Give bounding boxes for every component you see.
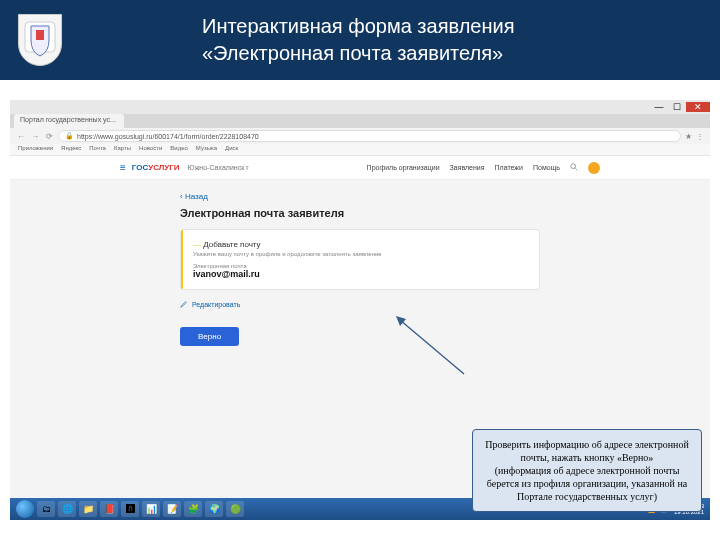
callout-arrow-icon	[396, 316, 466, 380]
bookmark-item[interactable]: Музыка	[196, 145, 217, 154]
card-accent	[181, 230, 183, 289]
browser-toolbar: ← → ⟳ 🔒 https://www.gosuslugi.ru/600174/…	[10, 128, 710, 144]
nav-reload-icon[interactable]: ⟳	[44, 132, 54, 141]
svg-point-2	[571, 164, 576, 169]
taskbar-icon[interactable]: 🧩	[184, 501, 202, 517]
card-hint: Укажите вашу почту в профиле и продолжит…	[193, 251, 527, 257]
nav-profile[interactable]: Профиль организации	[367, 164, 440, 171]
edit-label: Редактировать	[192, 301, 240, 308]
site-header: ≡ ГОСУСЛУГИ Южно-Сахалинск г Профиль орг…	[10, 156, 710, 180]
bookmark-item[interactable]: Яндекс	[61, 145, 81, 154]
taskbar-icon[interactable]: 📕	[100, 501, 118, 517]
window-titlebar: — ☐ ✕	[10, 100, 710, 114]
bookmark-item[interactable]: Приложения	[18, 145, 53, 154]
card-heading: Добавьте почту	[193, 240, 527, 249]
browser-tab[interactable]: Портал государственных ус...	[14, 114, 124, 128]
pencil-icon	[180, 300, 188, 309]
region-crest-icon	[18, 14, 62, 66]
window-maximize-button[interactable]: ☐	[668, 102, 686, 112]
search-icon[interactable]	[570, 163, 578, 172]
gosuslugi-logo[interactable]: ГОСУСЛУГИ	[132, 163, 180, 172]
browser-menu-icon[interactable]: ⋮	[696, 132, 704, 141]
edit-link[interactable]: Редактировать	[180, 300, 540, 309]
taskbar-icon[interactable]: 🌐	[58, 501, 76, 517]
nav-payments[interactable]: Платежи	[495, 164, 523, 171]
svg-rect-1	[36, 30, 44, 40]
slide-header: Интерактивная форма заявления «Электронн…	[0, 0, 720, 80]
hamburger-icon[interactable]: ≡	[120, 162, 126, 173]
taskbar-icon[interactable]: 📊	[142, 501, 160, 517]
taskbar-icon[interactable]: 🌍	[205, 501, 223, 517]
browser-tabstrip: Портал государственных ус...	[10, 114, 710, 128]
bookmark-item[interactable]: Почта	[89, 145, 106, 154]
logo-part-2: УСЛУГИ	[148, 163, 179, 172]
nav-back-icon[interactable]: ←	[16, 132, 26, 141]
slide-title: Интерактивная форма заявления «Электронн…	[202, 13, 514, 67]
taskbar-icon[interactable]: 📁	[79, 501, 97, 517]
bookmark-item[interactable]: Карты	[114, 145, 131, 154]
address-bar[interactable]: 🔒 https://www.gosuslugi.ru/600174/1/form…	[58, 130, 681, 142]
page-title: Электронная почта заявителя	[10, 207, 710, 229]
callout-text-1: Проверить информацию об адресе электронн…	[483, 438, 691, 464]
email-card: Добавьте почту Укажите вашу почту в проф…	[180, 229, 540, 290]
logo-part-1: ГОС	[132, 163, 148, 172]
nav-applications[interactable]: Заявления	[450, 164, 485, 171]
taskbar-icon[interactable]: 🅰	[121, 501, 139, 517]
city-selector[interactable]: Южно-Сахалинск г	[188, 164, 249, 171]
nav-help[interactable]: Помощь	[533, 164, 560, 171]
nav-forward-icon[interactable]: →	[30, 132, 40, 141]
url-text: https://www.gosuslugi.ru/600174/1/form/o…	[77, 133, 259, 140]
bookmark-item[interactable]: Новости	[139, 145, 162, 154]
window-minimize-button[interactable]: —	[650, 102, 668, 112]
instruction-callout: Проверить информацию об адресе электронн…	[472, 429, 702, 512]
taskbar-icon[interactable]: 🗂	[37, 501, 55, 517]
email-value: ivanov@mail.ru	[193, 269, 527, 279]
avatar[interactable]	[588, 162, 600, 174]
back-link[interactable]: ‹ Назад	[10, 180, 710, 207]
slide-title-line-1: Интерактивная форма заявления	[202, 13, 514, 40]
bookmarks-bar: Приложения Яндекс Почта Карты Новости Ви…	[10, 144, 710, 156]
svg-line-3	[575, 168, 577, 170]
bookmark-item[interactable]: Видео	[170, 145, 188, 154]
extensions-icon[interactable]: ★	[685, 132, 692, 141]
window-close-button[interactable]: ✕	[686, 102, 710, 112]
confirm-button[interactable]: Верно	[180, 327, 239, 346]
taskbar-icon[interactable]: 🟢	[226, 501, 244, 517]
svg-line-4	[400, 320, 464, 374]
lock-icon: 🔒	[65, 132, 74, 140]
taskbar-icon[interactable]: 📝	[163, 501, 181, 517]
bookmark-item[interactable]: Диск	[225, 145, 238, 154]
start-button[interactable]	[16, 500, 34, 518]
slide-title-line-2: «Электронная почта заявителя»	[202, 40, 514, 67]
callout-text-2: (информация об адресе электронной почты …	[483, 464, 691, 503]
